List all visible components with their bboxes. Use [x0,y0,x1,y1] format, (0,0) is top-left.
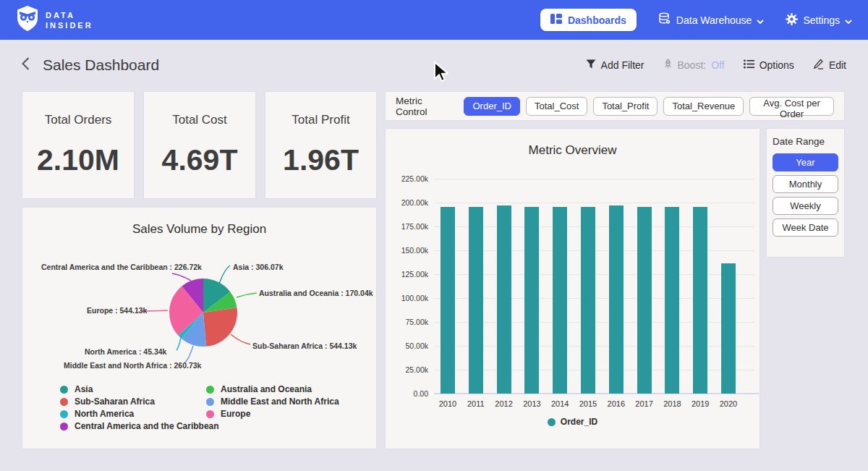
bar-2018[interactable] [665,207,679,394]
brand-text: DATA INSIDER [46,10,93,30]
pie-callout-line [237,293,257,297]
bar-2015[interactable] [581,207,595,394]
bar-chart-card: Metric Overview 225.00k200.00k175.00k150… [386,129,760,449]
bar-2014[interactable] [553,207,567,394]
metric-option-button[interactable]: Total_Revenue [663,97,744,116]
y-axis-tick-label: 100.00k [388,294,428,302]
settings-menu[interactable]: Settings [786,13,852,27]
x-axis-tick-label: 2020 [712,399,744,408]
x-axis-tick-label: 2017 [629,399,660,408]
options-label: Options [760,59,794,71]
dashboards-button[interactable]: Dashboards [540,9,637,31]
bar-2017[interactable] [637,207,652,394]
chevron-down-icon [845,14,852,26]
date-range-card: Date Range YearMonthlyWeeklyWeek Date [767,129,844,257]
data-warehouse-menu[interactable]: Data Warehouse [658,12,765,27]
legend-dot [206,410,214,418]
metric-option-button[interactable]: Order_ID [464,97,519,116]
x-axis-tick-label: 2015 [572,399,604,408]
kpi-value: 2.10M [37,143,119,177]
gridline [434,179,754,179]
kpi-card-total-cost: Total Cost 4.69T [144,92,255,198]
kpi-value: 4.69T [162,143,238,177]
database-icon [658,12,671,27]
legend-label: Middle East and North Africa [221,396,339,407]
pie-callout-label: Sub-Saharan Africa : 544.13k [252,341,357,350]
y-axis-tick-label: 200.00k [388,198,428,207]
pie-legend-item[interactable]: Sub-Saharan Africa [60,396,155,407]
metric-option-button[interactable]: Total_Profit [593,97,658,116]
y-axis-tick-label: 25.00k [388,365,428,374]
date-range-button[interactable]: Weekly [773,197,838,215]
boost-toggle[interactable]: Boost: Off [663,59,725,72]
metric-control-bar: Metric Control Order_IDTotal_CostTotal_P… [386,92,844,120]
legend-label: Australia and Oceania [221,384,312,394]
bar-2013[interactable] [524,207,539,394]
top-navbar: DATA INSIDER Dashboards [0,0,868,40]
bar-2016[interactable] [609,205,624,394]
legend-dot [60,398,68,406]
metric-option-button[interactable]: Total_Cost [526,97,587,116]
legend-dot [548,418,556,426]
x-axis-tick-label: 2014 [544,399,576,408]
kpi-card-total-orders: Total Orders 2.10M [22,92,134,198]
pie-chart-card: Sales Volume by Region Asia : 306.07kAus… [22,208,376,449]
add-filter-label: Add Filter [601,59,644,71]
legend-label: North America [75,409,134,419]
x-axis-tick-label: 2013 [516,399,548,408]
y-axis-tick-label: 150.00k [388,246,428,255]
dashboards-icon [550,14,562,26]
list-icon [744,59,754,71]
pie-chart: Asia : 306.07kAustralia and Oceania : 17… [22,208,376,381]
page-title: Sales Dashboard [43,56,159,74]
x-axis-tick-label: 2016 [600,399,632,408]
pie-slice[interactable] [203,307,237,347]
chevron-down-icon [757,14,764,26]
bar-2011[interactable] [469,207,483,394]
legend-dot [206,398,214,406]
pie-legend-item[interactable]: Europe [206,409,250,419]
rocket-icon [663,59,673,72]
bar-2019[interactable] [693,207,707,394]
bar-2010[interactable] [441,207,455,394]
date-range-label: Date Range [773,136,838,147]
pie-legend-item[interactable]: Asia [60,384,93,394]
pie-callout-label: Asia : 306.07k [233,263,284,271]
y-axis-tick-label: 125.00k [388,270,428,279]
metric-option-button[interactable]: Avg. Cost per Order [749,97,834,116]
add-filter-button[interactable]: Add Filter [586,59,644,71]
gridline [434,203,754,203]
date-range-button[interactable]: Monthly [773,175,838,193]
pie-callout-label: North America : 45.34k [85,347,167,356]
edit-button[interactable]: Edit [813,59,846,72]
pie-legend-item[interactable]: North America [60,409,134,419]
pie-legend-item[interactable]: Middle East and North Africa [206,396,339,407]
owl-logo-icon [16,5,39,35]
bar-2012[interactable] [497,205,511,394]
date-range-button[interactable]: Year [773,153,838,171]
pencil-icon [813,59,824,72]
gear-icon [786,13,798,27]
boost-value: Off [711,59,724,71]
legend-label: Central America and the Caribbean [75,421,219,431]
kpi-label: Total Cost [172,113,227,127]
x-axis-tick-label: 2012 [488,399,520,408]
date-range-button[interactable]: Week Date [773,218,838,237]
x-axis-tick-label: 2019 [684,399,716,408]
boost-label: Boost: [678,59,707,71]
options-button[interactable]: Options [744,59,794,71]
legend-label: Asia [75,384,93,394]
kpi-value: 1.96T [283,143,359,177]
legend-dot [60,386,68,394]
bar-legend[interactable]: Order_ID [386,417,760,427]
pie-legend-item[interactable]: Central America and the Caribbean [60,421,219,431]
filter-icon [586,59,596,71]
bar-2020[interactable] [721,263,736,394]
pie-callout-label: Central America and the Caribbean : 226.… [41,263,202,271]
back-button[interactable] [22,57,30,73]
y-axis-tick-label: 75.00k [388,318,428,326]
metric-options: Order_IDTotal_CostTotal_ProfitTotal_Reve… [464,97,834,116]
y-axis-tick-label: 225.00k [388,174,428,183]
metric-control-label: Metric Control [396,96,454,117]
pie-legend-item[interactable]: Australia and Oceania [206,384,312,394]
